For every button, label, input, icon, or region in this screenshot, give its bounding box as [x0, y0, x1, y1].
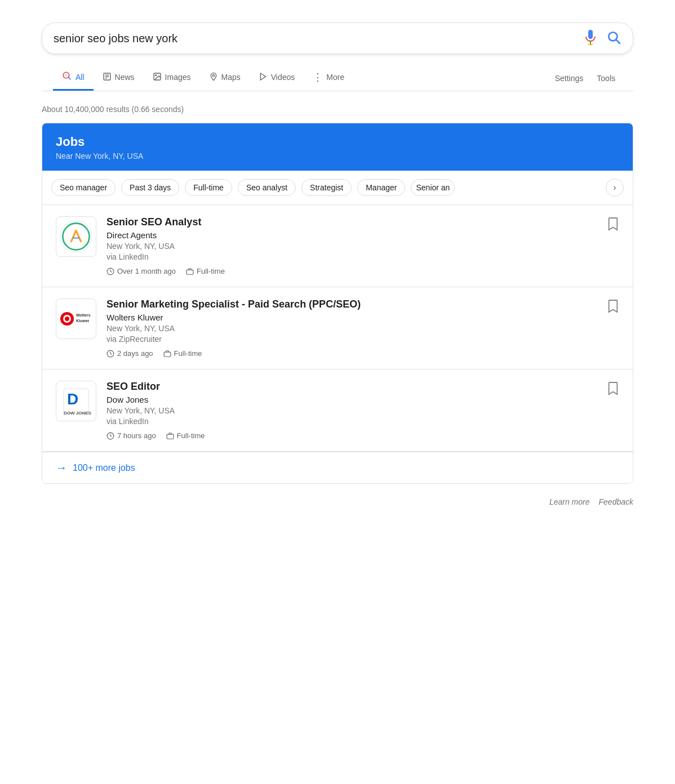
job-info-3: SEO Editor Dow Jones New York, NY, USA v… — [106, 381, 619, 440]
svg-text:DOW JONES: DOW JONES — [64, 411, 92, 416]
job-bookmark-2[interactable] — [607, 299, 619, 317]
job-location-2: New York, NY, USA — [106, 324, 619, 333]
tab-maps-label: Maps — [221, 73, 241, 82]
job-listing-1[interactable]: Senior SEO Analyst Direct Agents New Yor… — [42, 205, 633, 287]
svg-text:Wolters: Wolters — [76, 313, 91, 317]
job-company-1: Direct Agents — [106, 230, 619, 240]
feedback-link[interactable]: Feedback — [599, 497, 633, 506]
videos-icon — [259, 72, 268, 83]
tab-all-label: All — [76, 73, 85, 82]
svg-rect-20 — [186, 270, 193, 274]
svg-rect-32 — [167, 434, 174, 439]
job-listing-3[interactable]: D DOW JONES SEO Editor Dow Jones New Yor… — [42, 369, 633, 452]
job-source-3: via LinkedIn — [106, 417, 619, 426]
more-jobs-row: → 100+ more jobs — [42, 452, 633, 483]
job-info-1: Senior SEO Analyst Direct Agents New Yor… — [106, 216, 619, 275]
filter-chip-full-time[interactable]: Full-time — [185, 179, 232, 196]
jobs-card: Jobs Near New York, NY, USA Seo manager … — [42, 123, 633, 484]
chips-arrow-next[interactable]: › — [606, 179, 624, 197]
tools-link[interactable]: Tools — [590, 68, 622, 88]
filter-chip-manager[interactable]: Manager — [357, 179, 405, 196]
svg-point-17 — [63, 223, 89, 250]
job-title-3: SEO Editor — [106, 381, 619, 393]
job-meta-1: Over 1 month ago Full-time — [106, 267, 619, 275]
tab-images[interactable]: Images — [144, 66, 200, 90]
filter-chips: Seo manager Past 3 days Full-time Seo an… — [42, 171, 633, 205]
job-info-2: Senior Marketing Specialist - Paid Searc… — [106, 299, 619, 358]
svg-rect-0 — [588, 30, 593, 39]
tab-images-label: Images — [165, 73, 191, 82]
svg-point-14 — [212, 74, 214, 76]
arrow-icon: → — [56, 461, 67, 474]
tab-more-label: More — [326, 73, 344, 82]
tab-news[interactable]: News — [94, 66, 144, 90]
job-logo-dow-jones: D DOW JONES — [56, 381, 96, 421]
svg-line-6 — [69, 78, 70, 79]
results-info: About 10,400,000 results (0.66 seconds) — [42, 100, 633, 123]
nav-tabs: All News Images Maps Videos ⋮ More Setti… — [42, 65, 633, 91]
job-type-2: Full-time — [163, 349, 202, 358]
job-logo-wolters-kluwer: Wolters Kluwer — [56, 299, 96, 339]
job-bookmark-3[interactable] — [607, 381, 619, 399]
svg-rect-18 — [73, 237, 80, 239]
maps-icon — [209, 72, 218, 83]
job-bookmark-1[interactable] — [607, 216, 619, 234]
more-jobs-label: 100+ more jobs — [73, 463, 135, 473]
settings-link[interactable]: Settings — [548, 68, 590, 88]
jobs-card-title: Jobs — [56, 135, 619, 149]
job-location-3: New York, NY, USA — [106, 406, 619, 415]
job-company-3: Dow Jones — [106, 395, 619, 404]
svg-point-23 — [65, 317, 69, 321]
filter-chip-senior-an[interactable]: Senior an — [411, 179, 455, 196]
svg-text:Kluwer: Kluwer — [76, 319, 90, 323]
filter-chip-past-3-days[interactable]: Past 3 days — [121, 179, 179, 196]
svg-rect-27 — [164, 352, 171, 357]
job-type-1: Full-time — [186, 267, 225, 275]
filter-chip-seo-analyst[interactable]: Seo analyst — [238, 179, 296, 196]
tab-all[interactable]: All — [53, 65, 94, 91]
more-icon: ⋮ — [313, 71, 323, 83]
svg-line-4 — [616, 39, 620, 43]
job-source-2: via ZipRecruiter — [106, 335, 619, 344]
job-meta-3: 7 hours ago Full-time — [106, 431, 619, 440]
tab-videos-label: Videos — [271, 73, 295, 82]
job-meta-2: 2 days ago Full-time — [106, 349, 619, 358]
job-title-2: Senior Marketing Specialist - Paid Searc… — [106, 299, 619, 310]
svg-point-13 — [155, 74, 156, 75]
jobs-card-subtitle: Near New York, NY, USA — [56, 152, 619, 161]
svg-marker-15 — [260, 73, 265, 80]
tab-videos[interactable]: Videos — [250, 66, 304, 90]
job-source-1: via LinkedIn — [106, 252, 619, 261]
search-input[interactable] — [54, 32, 583, 45]
more-jobs-link[interactable]: → 100+ more jobs — [56, 461, 135, 474]
job-location-1: New York, NY, USA — [106, 242, 619, 251]
images-icon — [153, 72, 162, 83]
job-posted-2: 2 days ago — [106, 349, 153, 358]
search-icons — [583, 29, 621, 48]
all-icon — [62, 71, 72, 83]
job-posted-1: Over 1 month ago — [106, 267, 176, 275]
job-title-1: Senior SEO Analyst — [106, 216, 619, 228]
tab-news-label: News — [115, 73, 135, 82]
job-posted-3: 7 hours ago — [106, 431, 156, 440]
svg-point-16 — [60, 221, 92, 252]
tab-maps[interactable]: Maps — [200, 66, 250, 90]
learn-more-link[interactable]: Learn more — [549, 497, 590, 506]
job-logo-direct-agents — [56, 216, 96, 257]
svg-point-7 — [65, 74, 68, 77]
job-listing-2[interactable]: Wolters Kluwer Senior Marketing Speciali… — [42, 287, 633, 369]
jobs-header: Jobs Near New York, NY, USA — [42, 123, 633, 171]
footer: Learn more Feedback — [42, 488, 633, 515]
filter-chip-strategist[interactable]: Strategist — [301, 179, 352, 196]
svg-text:D: D — [67, 390, 78, 408]
job-company-2: Wolters Kluwer — [106, 313, 619, 322]
search-button[interactable] — [607, 30, 621, 47]
tab-more[interactable]: ⋮ More — [304, 65, 353, 91]
filter-chip-seo-manager[interactable]: Seo manager — [51, 179, 116, 196]
job-type-3: Full-time — [166, 431, 205, 440]
news-icon — [103, 72, 112, 83]
mic-icon[interactable] — [583, 29, 598, 48]
search-bar-container — [42, 23, 633, 54]
